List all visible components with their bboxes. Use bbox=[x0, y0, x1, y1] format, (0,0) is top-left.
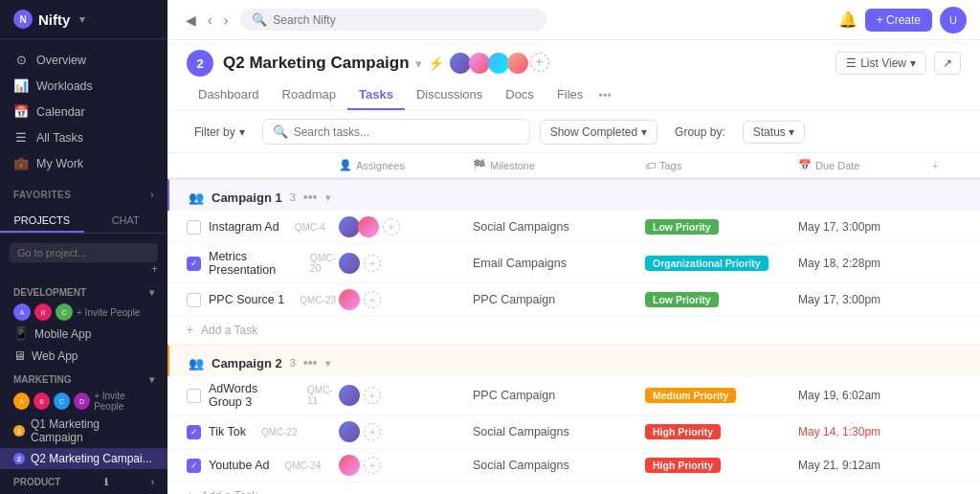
add-task-row-campaign-1[interactable]: + Add a Task bbox=[167, 317, 980, 344]
project-star-icon[interactable]: ⚡ bbox=[428, 56, 444, 71]
assignee-add-2[interactable]: + bbox=[364, 255, 381, 272]
development-label: DEVELOPMENT bbox=[13, 287, 86, 298]
share-button[interactable]: ↗ bbox=[934, 52, 961, 75]
dev-invite-link[interactable]: + Invite People bbox=[77, 307, 140, 318]
assignee-avatar-6 bbox=[339, 421, 360, 442]
development-title[interactable]: DEVELOPMENT ▾ bbox=[0, 283, 167, 302]
product-title[interactable]: PRODUCT ℹ › bbox=[0, 473, 167, 491]
group-icon-campaign-1: 👥 bbox=[189, 191, 204, 205]
sidebar-search-input[interactable] bbox=[10, 243, 158, 262]
tab-roadmap[interactable]: Roadmap bbox=[271, 80, 347, 110]
task-check-1[interactable] bbox=[187, 220, 201, 235]
tab-docs[interactable]: Docs bbox=[494, 80, 546, 110]
tab-more-button[interactable]: ••• bbox=[598, 88, 612, 102]
logo-chevron: ▾ bbox=[79, 13, 85, 26]
group-chevron-campaign-1[interactable]: ▾ bbox=[325, 192, 330, 203]
favorites-label: FAVORITES bbox=[13, 190, 71, 200]
group-chevron-campaign-2[interactable]: ▾ bbox=[325, 358, 330, 369]
group-count-campaign-1: 3 bbox=[290, 191, 296, 203]
sidebar-section-marketing: MARKETING ▾ A B C D + Invite People 1 Q1… bbox=[0, 369, 167, 471]
task-name-cell-6: ✓ Youtube Ad QMC-24 bbox=[187, 459, 339, 473]
assignee-avatar-5 bbox=[339, 385, 360, 406]
sidebar-item-q2-campaign[interactable]: 2 Q2 Marketing Campai... bbox=[0, 448, 167, 469]
list-view-label: List View bbox=[860, 56, 906, 70]
project-dropdown-icon[interactable]: ▾ bbox=[415, 56, 422, 71]
global-search-input[interactable] bbox=[273, 13, 535, 27]
project-title: Q2 Marketing Campaign bbox=[223, 54, 410, 73]
dev-avatar-3: C bbox=[56, 303, 73, 321]
mkt-avatar-2: B bbox=[33, 393, 50, 410]
group-menu-campaign-1[interactable]: ••• bbox=[303, 190, 318, 205]
sidebar-item-q1-campaign[interactable]: 1 Q1 Marketing Campaign bbox=[0, 414, 167, 448]
milestone-cell-4: PPC Campaign bbox=[473, 389, 645, 402]
sidebar-toggle-button[interactable]: ◀ bbox=[181, 10, 201, 31]
product-label: PRODUCT bbox=[13, 477, 60, 487]
sidebar-item-all-tasks[interactable]: ☰ All Tasks bbox=[0, 124, 167, 150]
sidebar-item-workloads[interactable]: 📊 Workloads bbox=[0, 73, 167, 99]
add-project-icon[interactable]: + bbox=[151, 262, 158, 276]
task-content: 👤 Assignees 🏁 Milestone 🏷 Tags 📅 Due Dat… bbox=[167, 153, 980, 494]
logo[interactable]: N Nifty ▾ bbox=[0, 0, 167, 39]
nav-back-button[interactable]: ‹ bbox=[203, 10, 217, 31]
task-name-cell-5: ✓ Tik Tok QMC-22 bbox=[187, 425, 339, 439]
tab-projects[interactable]: PROJECTS bbox=[0, 210, 84, 233]
product-chevron-icon: › bbox=[151, 477, 154, 487]
add-task-row-campaign-2[interactable]: + Add a Task bbox=[167, 483, 980, 494]
group-menu-campaign-2[interactable]: ••• bbox=[303, 355, 318, 370]
mkt-avatar-3: C bbox=[54, 393, 70, 410]
tag-badge-5: High Priority bbox=[645, 424, 721, 439]
due-date-cell-6: May 21, 9:12am bbox=[798, 459, 932, 472]
create-button[interactable]: + Create bbox=[865, 9, 932, 32]
sidebar-item-overview[interactable]: ⊙ Overview bbox=[0, 47, 167, 73]
milestone-cell-6: Social Campaigns bbox=[473, 459, 645, 472]
sidebar-item-my-work[interactable]: 💼 My Work bbox=[0, 150, 167, 176]
sidebar-item-mobile-app[interactable]: 📱 Mobile App bbox=[0, 323, 167, 345]
group-header-campaign-2: 👥 Campaign 2 3 ••• ▾ bbox=[167, 344, 980, 376]
list-view-button[interactable]: ☰ List View ▾ bbox=[835, 52, 926, 75]
mobile-app-icon: 📱 bbox=[13, 326, 29, 341]
show-completed-chevron-icon: ▾ bbox=[641, 125, 647, 139]
assignee-avatar-1 bbox=[339, 216, 360, 237]
task-id-3: QMC-23 bbox=[300, 295, 336, 305]
mkt-invite-link[interactable]: + Invite People bbox=[94, 391, 154, 412]
task-name-6: Youtube Ad bbox=[209, 459, 270, 472]
tab-discussions[interactable]: Discussions bbox=[405, 80, 494, 110]
sidebar-item-calendar[interactable]: 📅 Calendar bbox=[0, 99, 167, 124]
assignee-add-6[interactable]: + bbox=[364, 457, 381, 474]
col-add[interactable]: + bbox=[932, 160, 961, 171]
show-completed-button[interactable]: Show Completed ▾ bbox=[540, 120, 657, 145]
assignee-add-3[interactable]: + bbox=[364, 291, 381, 308]
nav-forward-button[interactable]: › bbox=[219, 10, 234, 31]
task-toolbar: Filter by ▾ 🔍 Show Completed ▾ Group by:… bbox=[167, 111, 980, 153]
tab-chat[interactable]: CHAT bbox=[84, 210, 168, 233]
sidebar-item-web-app[interactable]: 🖥 Web App bbox=[0, 345, 167, 367]
task-check-2[interactable]: ✓ bbox=[187, 257, 201, 271]
assignee-add-1[interactable]: + bbox=[383, 218, 400, 236]
task-name-5: Tik Tok bbox=[209, 425, 246, 438]
status-button[interactable]: Status ▾ bbox=[743, 121, 805, 144]
group-name-campaign-1: Campaign 1 bbox=[212, 191, 282, 205]
tag-cell-2: Organizational Priority bbox=[645, 256, 798, 271]
task-check-6[interactable]: ✓ bbox=[187, 459, 201, 473]
task-check-3[interactable] bbox=[187, 293, 201, 307]
tab-tasks[interactable]: Tasks bbox=[347, 80, 405, 110]
favorites-section[interactable]: FAVORITES › bbox=[0, 184, 167, 206]
q1-dot: 1 bbox=[13, 425, 25, 437]
task-check-4[interactable] bbox=[187, 389, 201, 403]
assignee-avatar-3 bbox=[339, 253, 360, 274]
task-search-bar: 🔍 bbox=[262, 119, 530, 145]
task-check-5[interactable]: ✓ bbox=[187, 425, 201, 439]
tab-files[interactable]: Files bbox=[546, 80, 594, 110]
notification-button[interactable]: 🔔 bbox=[838, 11, 858, 29]
tag-badge-4: Medium Priority bbox=[645, 388, 736, 403]
tag-cell-3: Low Priority bbox=[645, 292, 798, 307]
task-search-input[interactable] bbox=[294, 125, 520, 139]
filter-button[interactable]: Filter by ▾ bbox=[187, 122, 253, 143]
add-member-button[interactable]: + bbox=[530, 53, 549, 72]
add-task-icon-2: + bbox=[187, 489, 193, 494]
assignee-add-5[interactable]: + bbox=[364, 423, 381, 440]
user-avatar[interactable]: U bbox=[940, 7, 967, 34]
assignee-add-4[interactable]: + bbox=[364, 387, 381, 404]
tab-dashboard[interactable]: Dashboard bbox=[187, 80, 271, 110]
marketing-title[interactable]: MARKETING ▾ bbox=[0, 370, 167, 389]
